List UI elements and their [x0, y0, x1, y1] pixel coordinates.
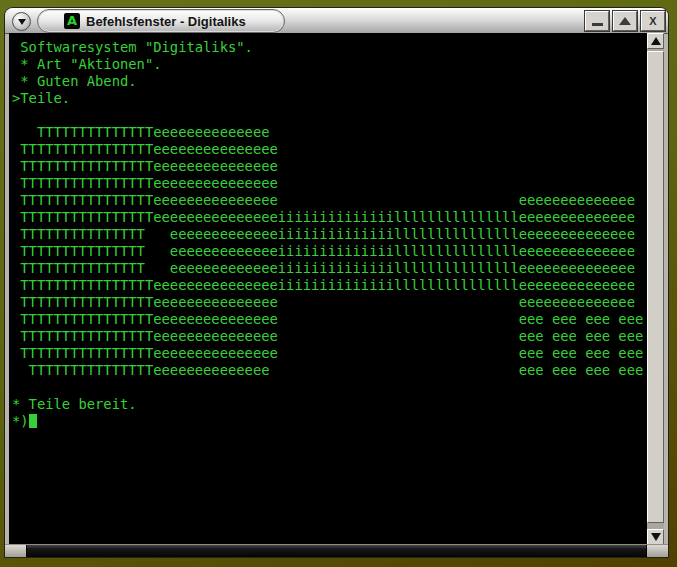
terminal-line: TTTTTTTTTTTTTTTeeeeeeeeeeeeee eee eee ee… — [12, 362, 647, 379]
terminal-line: TTTTTTTTTTTTTTTTeeeeeeeeeeeeeeeiiiiiiiii… — [12, 277, 647, 294]
terminal-line: >Teile. — [12, 90, 647, 107]
desktop: { "window": { "title": "Befehlsfenster -… — [0, 0, 677, 567]
titlebar[interactable]: A Befehlsfenster - Digitaliks X — [5, 8, 668, 34]
window-title: Befehlsfenster - Digitaliks — [86, 14, 246, 29]
terminal-line: *) — [12, 413, 647, 430]
terminal-output[interactable]: Softwaresystem "Digitaliks". * Art "Akti… — [9, 33, 647, 545]
resize-handle-left[interactable] — [5, 545, 27, 557]
terminal-window: A Befehlsfenster - Digitaliks X Software… — [5, 8, 668, 557]
scrollbar[interactable] — [647, 33, 664, 545]
terminal-line: TTTTTTTTTTTTTTTTeeeeeeeeeeeeeee eee eee … — [12, 311, 647, 328]
terminal-line: * Art "Aktionen". — [12, 56, 647, 73]
scroll-down-button[interactable] — [647, 529, 664, 545]
resize-bar — [5, 544, 668, 557]
resize-handle-middle[interactable] — [27, 545, 646, 557]
terminal-line: TTTTTTTTTTTTTTTTeeeeeeeeeeeeeee eeeeeeee… — [12, 192, 647, 209]
maximize-button[interactable] — [613, 11, 637, 31]
terminal-line: TTTTTTTTTTTTTTTTeeeeeeeeeeeeeee eee eee … — [12, 328, 647, 345]
terminal-line — [12, 379, 647, 396]
triangle-up-icon — [651, 37, 661, 45]
window-controls: X — [585, 11, 665, 31]
close-icon: X — [649, 15, 656, 27]
terminal-line: TTTTTTTTTTTTTTTTeeeeeeeeeeeeeee — [12, 141, 647, 158]
text-cursor — [29, 414, 37, 428]
terminal-line: TTTTTTTTTTTTTTT eeeeeeeeeeeeeiiiiiiiiiii… — [12, 226, 647, 243]
terminal-client-area: Softwaresystem "Digitaliks". * Art "Akti… — [9, 33, 664, 545]
window-menu-button[interactable] — [12, 12, 31, 31]
triangle-down-icon — [18, 19, 26, 25]
terminal-line: TTTTTTTTTTTTTTTTeeeeeeeeeeeeeee eeeeeeee… — [12, 294, 647, 311]
window-title-tab[interactable]: A Befehlsfenster - Digitaliks — [37, 9, 285, 33]
terminal-line: TTTTTTTTTTTTTTTTeeeeeeeeeeeeeee eee eee … — [12, 345, 647, 362]
terminal-line: * Guten Abend. — [12, 73, 647, 90]
terminal-line: Softwaresystem "Digitaliks". — [12, 39, 647, 56]
terminal-line: TTTTTTTTTTTTTTTTeeeeeeeeeeeeeee — [12, 158, 647, 175]
app-icon: A — [64, 13, 80, 29]
terminal-line — [12, 107, 647, 124]
terminal-line: TTTTTTTTTTTTTTTTeeeeeeeeeeeeeeeiiiiiiiii… — [12, 209, 647, 226]
scroll-up-button[interactable] — [647, 33, 664, 49]
terminal-line: TTTTTTTTTTTTTTT eeeeeeeeeeeeeiiiiiiiiiii… — [12, 243, 647, 260]
terminal-line: TTTTTTTTTTTTTTT eeeeeeeeeeeeeiiiiiiiiiii… — [12, 260, 647, 277]
maximize-icon — [619, 17, 631, 25]
minimize-button[interactable] — [585, 11, 609, 31]
scrollbar-track[interactable] — [647, 49, 664, 529]
close-button[interactable]: X — [641, 11, 665, 31]
scrollbar-thumb[interactable] — [647, 51, 664, 523]
triangle-down-icon — [651, 533, 661, 541]
minimize-icon — [592, 23, 603, 26]
terminal-line: TTTTTTTTTTTTTTeeeeeeeeeeeeee — [12, 124, 647, 141]
app-icon-letter: A — [67, 13, 77, 29]
resize-handle-right[interactable] — [646, 545, 668, 557]
terminal-line: TTTTTTTTTTTTTTTTeeeeeeeeeeeeeee — [12, 175, 647, 192]
terminal-line: * Teile bereit. — [12, 396, 647, 413]
